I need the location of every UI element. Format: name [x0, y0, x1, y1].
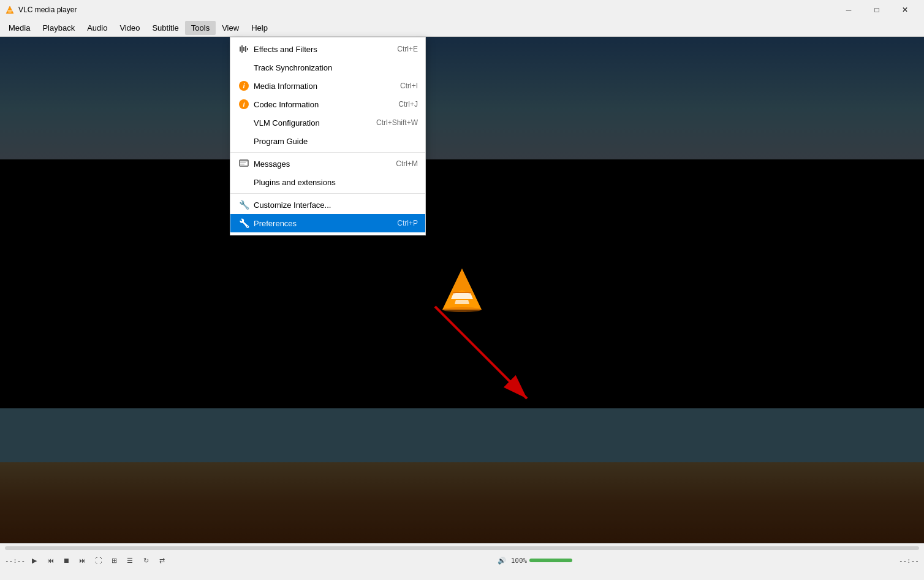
svg-rect-7	[247, 48, 248, 50]
equalizer-icon	[238, 43, 250, 55]
svg-rect-9	[240, 161, 248, 162]
messages-label: Messages	[254, 159, 384, 169]
svg-rect-5	[243, 47, 244, 51]
svg-rect-11	[240, 164, 244, 165]
prev-button[interactable]: ⏮	[44, 554, 57, 567]
volume-bar[interactable]	[529, 559, 572, 562]
customize-label: Customize Interface...	[254, 200, 418, 210]
track-sync-label: Track Synchronization	[254, 63, 418, 72]
video-area[interactable]	[0, 37, 924, 543]
play-button[interactable]: ▶	[28, 554, 41, 567]
menu-item-vlm-config[interactable]: VLM Configuration Ctrl+Shift+W	[230, 113, 425, 132]
menu-item-plugins[interactable]: Plugins and extensions	[230, 173, 425, 191]
media-info-label: Media Information	[254, 82, 388, 91]
controls-bar: --:-- ▶ ⏮ ⏹ ⏭ ⛶ ⊞ ☰ ↻ ⇄ 🔊 100% --:--	[0, 543, 924, 580]
program-guide-label: Program Guide	[254, 137, 418, 146]
media-info-shortcut: Ctrl+I	[400, 82, 418, 90]
svg-rect-3	[240, 47, 241, 52]
maximize-button[interactable]: □	[863, 0, 891, 20]
menu-item-messages[interactable]: Messages Ctrl+M	[230, 155, 425, 173]
fullscreen-button[interactable]: ⛶	[91, 554, 105, 567]
menu-playback[interactable]: Playback	[36, 21, 81, 35]
media-info-icon: i	[238, 80, 250, 92]
window-controls: ─ □ ✕	[835, 0, 919, 20]
repeat-button[interactable]: ↻	[139, 554, 153, 567]
close-button[interactable]: ✕	[891, 0, 919, 20]
volume-icon[interactable]: 🔊	[495, 554, 509, 567]
menu-item-preferences[interactable]: 🔧 Preferences Ctrl+P	[230, 214, 425, 232]
plugins-spacer	[238, 176, 250, 188]
minimize-button[interactable]: ─	[835, 0, 863, 20]
menu-subtitle[interactable]: Subtitle	[146, 21, 184, 35]
codec-info-label: Codec Information	[254, 100, 386, 109]
vlm-config-shortcut: Ctrl+Shift+W	[376, 118, 418, 127]
svg-rect-6	[245, 46, 246, 52]
program-guide-spacer	[238, 135, 250, 147]
menu-item-media-info[interactable]: i Media Information Ctrl+I	[230, 77, 425, 95]
menu-help[interactable]: Help	[245, 21, 274, 35]
menu-audio[interactable]: Audio	[81, 21, 113, 35]
preferences-label: Preferences	[254, 219, 385, 228]
messages-icon	[238, 158, 250, 170]
menu-view[interactable]: View	[216, 21, 245, 35]
svg-rect-10	[240, 162, 246, 164]
volume-percent: 100%	[511, 557, 528, 565]
vlc-app-icon	[5, 5, 15, 15]
menu-video[interactable]: Video	[113, 21, 146, 35]
menu-item-program-guide[interactable]: Program Guide	[230, 132, 425, 150]
tools-dropdown-menu: Effects and Filters Ctrl+E Track Synchro…	[230, 37, 426, 235]
stop-button[interactable]: ⏹	[59, 554, 73, 567]
vlm-config-label: VLM Configuration	[254, 118, 364, 128]
svg-marker-13	[451, 293, 473, 299]
menu-media[interactable]: Media	[2, 21, 36, 35]
effects-filters-shortcut: Ctrl+E	[397, 45, 418, 53]
vlm-config-spacer	[238, 116, 250, 129]
playlist-button[interactable]: ☰	[123, 554, 137, 567]
preferences-wrench-icon: 🔧	[238, 217, 250, 229]
separator-1	[230, 152, 425, 153]
info-circle-icon: i	[239, 81, 249, 91]
progress-bar[interactable]	[5, 546, 919, 550]
svg-line-19	[435, 307, 527, 399]
messages-shortcut: Ctrl+M	[396, 159, 418, 168]
svg-rect-4	[241, 45, 243, 53]
red-arrow-annotation	[429, 300, 551, 425]
svg-rect-2	[9, 12, 12, 13]
playback-controls: --:-- ▶ ⏮ ⏹ ⏭ ⛶ ⊞ ☰ ↻ ⇄ 🔊 100% --:--	[5, 554, 919, 567]
title-bar: VLC media player ─ □ ✕	[0, 0, 924, 20]
menu-bar: Media Playback Audio Video Subtitle Tool…	[0, 20, 924, 37]
menu-tools[interactable]: Tools	[185, 21, 216, 35]
codec-info-circle-icon: i	[239, 99, 249, 109]
plugins-label: Plugins and extensions	[254, 178, 418, 187]
vlc-window: VLC media player ─ □ ✕ Media Playback Au…	[0, 0, 924, 580]
svg-rect-1	[8, 10, 12, 12]
volume-fill	[529, 559, 572, 562]
menu-item-customize[interactable]: 🔧 Customize Interface...	[230, 196, 425, 214]
track-sync-spacer	[238, 61, 250, 74]
shuffle-button[interactable]: ⇄	[155, 554, 169, 567]
effects-filters-label: Effects and Filters	[254, 45, 385, 54]
window-title: VLC media player	[18, 6, 835, 14]
next-button[interactable]: ⏭	[75, 554, 89, 567]
codec-info-icon: i	[238, 98, 250, 110]
separator-2	[230, 193, 425, 194]
time-elapsed: --:--	[5, 557, 25, 565]
extended-button[interactable]: ⊞	[107, 554, 121, 567]
menu-item-effects-filters[interactable]: Effects and Filters Ctrl+E	[230, 40, 425, 58]
volume-area: 🔊 100%	[495, 554, 573, 567]
menu-item-codec-info[interactable]: i Codec Information Ctrl+J	[230, 95, 425, 113]
codec-info-shortcut: Ctrl+J	[398, 100, 418, 109]
time-remaining: --:--	[899, 557, 919, 565]
menu-item-track-sync[interactable]: Track Synchronization	[230, 58, 425, 77]
customize-wrench-icon: 🔧	[238, 199, 250, 211]
preferences-shortcut: Ctrl+P	[397, 219, 418, 227]
